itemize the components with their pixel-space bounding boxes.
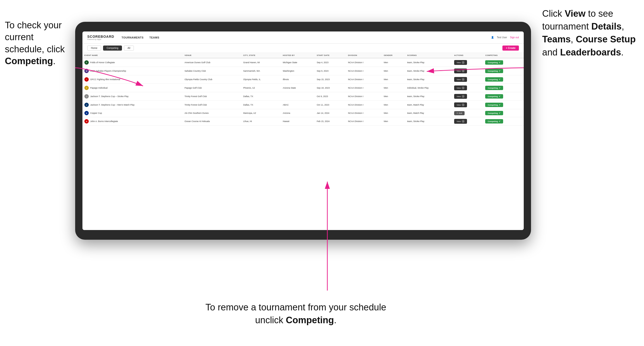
scoring-cell: team, Stroke Play bbox=[405, 117, 452, 126]
venue-cell: American Dunes Golf Club bbox=[182, 58, 241, 67]
team-logo: A bbox=[84, 111, 89, 115]
competing-cell: Competing ✓ bbox=[483, 101, 524, 109]
table-row: J Jackson T. Stephens Cup – Stroke Play … bbox=[82, 92, 524, 101]
view-button[interactable]: View i bbox=[454, 68, 467, 73]
competing-button[interactable]: Competing ✓ bbox=[485, 86, 503, 90]
checkmark-icon: ✓ bbox=[499, 61, 501, 64]
venue-cell: Trinity Forest Golf Club bbox=[182, 101, 241, 109]
competing-button[interactable]: Competing ✓ bbox=[485, 77, 503, 82]
hosted-by-cell: Washington bbox=[281, 67, 315, 75]
view-button[interactable]: View i bbox=[454, 94, 467, 99]
hosted-by-cell: ABAC bbox=[281, 101, 315, 109]
event-name: Jackson T. Stephens Cup – Stroke Play bbox=[90, 95, 128, 98]
filter-home-button[interactable]: Home bbox=[87, 45, 101, 51]
sign-out-link[interactable]: Sign out bbox=[510, 36, 519, 39]
nav-teams[interactable]: TEAMS bbox=[149, 36, 159, 39]
create-button[interactable]: + Create bbox=[502, 45, 519, 51]
start-date-cell: Jan 14, 2024 bbox=[315, 109, 346, 117]
tournaments-table: EVENT NAME VENUE CITY, STATE HOSTED BY S… bbox=[82, 53, 524, 126]
view-button[interactable]: View i bbox=[454, 119, 467, 124]
actions-cell: View i bbox=[452, 58, 483, 67]
team-logo: J bbox=[84, 103, 89, 107]
scoring-cell: team, Stroke Play bbox=[405, 75, 452, 84]
city-state-cell: Grand Haven, MI bbox=[241, 58, 281, 67]
gender-cell: Men bbox=[382, 109, 405, 117]
scoring-cell: team, Match Play bbox=[405, 109, 452, 117]
table-row: I OFCC Fighting Illini Invitational Olym… bbox=[82, 75, 524, 84]
event-name: Jackson T. Stephens Cup – Men's Match Pl… bbox=[90, 104, 134, 106]
checkmark-icon: ✓ bbox=[499, 78, 501, 81]
event-name: Copper Cup bbox=[90, 112, 102, 114]
annotation-top-right: Click View to see tournament Details, Te… bbox=[542, 7, 639, 59]
view-button[interactable]: View i bbox=[454, 102, 467, 107]
scoreboard-title: SCOREBOARD bbox=[87, 35, 114, 38]
start-date-cell: Feb 15, 2024 bbox=[315, 117, 346, 126]
nav-links: TOURNAMENTS TEAMS bbox=[122, 36, 159, 39]
filter-bar: Home Competing All + Create bbox=[82, 44, 524, 53]
scoring-cell: team, Stroke Play bbox=[405, 58, 452, 67]
hosted-by-cell: Michigan State bbox=[281, 58, 315, 67]
filter-competing-button[interactable]: Competing bbox=[103, 45, 122, 51]
gender-cell: Men bbox=[382, 84, 405, 92]
city-state-cell: Olympia Fields, IL bbox=[241, 75, 281, 84]
info-icon: i bbox=[462, 103, 464, 106]
competing-button[interactable]: Competing ✓ bbox=[485, 60, 503, 65]
scoring-cell: individual, Stroke Play bbox=[405, 84, 452, 92]
table-row: J Jackson T. Stephens Cup – Men's Match … bbox=[82, 101, 524, 109]
view-button[interactable]: View i bbox=[454, 85, 467, 90]
division-cell: NCAA Division I bbox=[346, 67, 382, 75]
actions-cell: ✏ Edit bbox=[452, 109, 483, 117]
start-date-cell: Oct 9, 2023 bbox=[315, 92, 346, 101]
checkmark-icon: ✓ bbox=[499, 87, 501, 89]
gender-cell: Men bbox=[382, 117, 405, 126]
col-start-date: START DATE bbox=[315, 53, 346, 58]
competing-button[interactable]: Competing ✓ bbox=[485, 103, 503, 107]
division-cell: NCAA Division I bbox=[346, 84, 382, 92]
view-button[interactable]: View i bbox=[454, 77, 467, 82]
annotation-left: To check your current schedule, click Co… bbox=[5, 19, 73, 67]
col-division: DIVISION bbox=[346, 53, 382, 58]
tablet-frame: SCOREBOARD Powered by clippd TOURNAMENTS… bbox=[75, 22, 531, 240]
venue-cell: Trinity Forest Golf Club bbox=[182, 92, 241, 101]
scoreboard-powered: Powered by clippd bbox=[87, 38, 114, 40]
competing-button[interactable]: Competing ✓ bbox=[485, 111, 503, 115]
edit-button[interactable]: ✏ Edit bbox=[454, 111, 464, 115]
hosted-by-cell: Illinois bbox=[281, 75, 315, 84]
info-icon: i bbox=[462, 69, 464, 72]
col-competing: COMPETING bbox=[483, 53, 524, 58]
table-row: H John A. Burns Intercollegiate Ocean Co… bbox=[82, 117, 524, 126]
division-cell: NCAA Division I bbox=[346, 92, 382, 101]
competing-button[interactable]: Competing ✓ bbox=[485, 69, 503, 73]
gender-cell: Men bbox=[382, 101, 405, 109]
table-row: W 2023 Sahalee Players Championship Saha… bbox=[82, 67, 524, 75]
col-gender: GENDER bbox=[382, 53, 405, 58]
start-date-cell: Sep 18, 2023 bbox=[315, 84, 346, 92]
info-icon: i bbox=[462, 95, 464, 98]
col-scoring: SCORING bbox=[405, 53, 452, 58]
venue-cell: Papago Golf Club bbox=[182, 84, 241, 92]
competing-button[interactable]: Competing ✓ bbox=[485, 119, 503, 124]
city-state-cell: Dallas, TX bbox=[241, 92, 281, 101]
col-city-state: CITY, STATE bbox=[241, 53, 281, 58]
division-cell: NCAA Division I bbox=[346, 101, 382, 109]
venue-cell: Ak-Chin Southern Dunes bbox=[182, 109, 241, 117]
nav-tournaments[interactable]: TOURNAMENTS bbox=[122, 36, 144, 39]
city-state-cell: Phoenix, AZ bbox=[241, 84, 281, 92]
competing-button[interactable]: Competing ✓ bbox=[485, 94, 503, 99]
filter-all-button[interactable]: All bbox=[124, 45, 134, 51]
col-venue: VENUE bbox=[182, 53, 241, 58]
event-name: 2023 Sahalee Players Championship bbox=[90, 70, 126, 72]
user-icon: 👤 bbox=[491, 36, 494, 39]
event-name: Papago Individual bbox=[90, 87, 108, 89]
division-cell: NCAA Division I bbox=[346, 109, 382, 117]
actions-cell: View i bbox=[452, 92, 483, 101]
start-date-cell: Sep 9, 2023 bbox=[315, 67, 346, 75]
view-button[interactable]: View i bbox=[454, 60, 467, 65]
annotation-left-bold: Competing bbox=[5, 56, 53, 66]
hosted-by-cell bbox=[281, 92, 315, 101]
user-name: Test User bbox=[497, 36, 507, 39]
col-event-name: EVENT NAME bbox=[82, 53, 182, 58]
hosted-by-cell: Arizona State bbox=[281, 84, 315, 92]
annotation-coursesetup-bold: Course Setup bbox=[576, 34, 636, 44]
annotation-left-text: To check your current schedule, click Co… bbox=[5, 20, 65, 66]
